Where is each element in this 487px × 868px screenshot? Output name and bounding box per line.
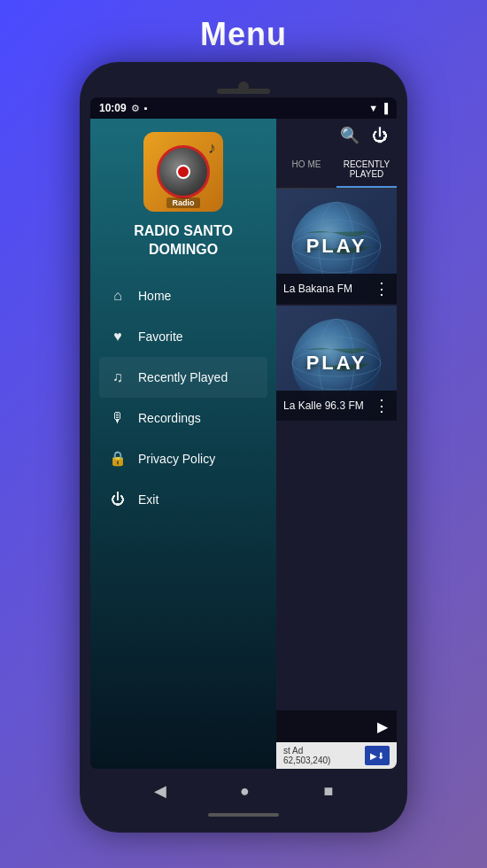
station-more-icon-1[interactable]: ⋮ <box>374 279 390 298</box>
tabs-bar: HO ME RECENTLY PLAYED <box>276 152 397 189</box>
station-info-1: La Bakana FM ⋮ <box>276 274 397 304</box>
station-name-2: La Kalle 96.3 FM <box>283 399 364 412</box>
heart-icon: ♥ <box>108 327 128 346</box>
battery-icon: ▐ <box>381 103 388 113</box>
main-header: 🔍 ⏻ <box>276 119 397 152</box>
settings-icon: ⚙ <box>131 103 140 114</box>
sidebar-menu: ⌂ Home ♥ Favorite ♫ Recently Played 🎙 Re… <box>90 275 276 520</box>
app-logo-disc <box>157 145 210 198</box>
music-note-icon: ♪ <box>208 139 216 158</box>
phone-screen: 10:09 ⚙ ▪ ▼ ▐ ♪ Radio R <box>90 97 397 769</box>
sidebar-item-favorite-label: Favorite <box>138 329 183 344</box>
tab-home-label: HO <box>292 159 305 169</box>
station-card-2[interactable]: PLAY La Kalle 96.3 FM ⋮ <box>276 306 397 421</box>
search-icon[interactable]: 🔍 <box>340 126 359 145</box>
mic-icon: 🎙 <box>108 408 128 428</box>
station-list: PLAY La Bakana FM ⋮ <box>276 189 397 710</box>
sidebar-item-home[interactable]: ⌂ Home <box>99 275 267 316</box>
ad-text-container: st Ad 62,503,240) <box>283 746 330 765</box>
station-more-icon-2[interactable]: ⋮ <box>374 396 390 415</box>
station-name-1: La Bakana FM <box>283 283 352 295</box>
app-name: RADIO SANTODOMINGO <box>134 222 233 260</box>
screen-content: ♪ Radio RADIO SANTODOMINGO ⌂ Home ♥ Favo… <box>90 119 397 769</box>
logo-label: Radio <box>166 198 199 208</box>
sidebar-item-recently-played-label: Recently Played <box>138 370 228 384</box>
tab-recently-played[interactable]: RECENTLY PLAYED <box>336 152 397 188</box>
sidebar-item-recordings-label: Recordings <box>138 411 201 425</box>
music-icon: ♫ <box>108 368 128 387</box>
station-info-2: La Kalle 96.3 FM ⋮ <box>276 391 397 421</box>
play-label-2: PLAY <box>306 352 367 375</box>
sidebar-item-exit-label: Exit <box>138 492 158 507</box>
power-icon: ⏻ <box>108 490 128 509</box>
station-card-1[interactable]: PLAY La Bakana FM ⋮ <box>276 189 397 304</box>
phone-home-indicator <box>208 813 279 817</box>
tab-home-suffix: ME <box>307 159 321 169</box>
ad-subtext: 62,503,240) <box>283 756 330 765</box>
wifi-icon: ▼ <box>368 103 378 113</box>
play-label-1: PLAY <box>306 235 367 258</box>
recents-button[interactable]: ■ <box>323 782 333 801</box>
status-time: 10:09 <box>99 102 127 114</box>
play-button[interactable]: ▶ <box>377 718 388 735</box>
ad-bar: st Ad 62,503,240) ▶⬇ <box>276 742 397 769</box>
sidebar-item-recordings[interactable]: 🎙 Recordings <box>99 398 267 438</box>
home-button[interactable]: ● <box>240 782 250 801</box>
sidebar-item-favorite[interactable]: ♥ Favorite <box>99 316 267 357</box>
sidebar: ♪ Radio RADIO SANTODOMINGO ⌂ Home ♥ Favo… <box>90 119 276 769</box>
status-bar: 10:09 ⚙ ▪ ▼ ▐ <box>90 97 397 119</box>
phone-bottom-bar: ◀ ● ■ <box>90 772 397 810</box>
sidebar-item-home-label: Home <box>138 289 171 303</box>
app-logo-center <box>176 165 190 179</box>
ad-icon[interactable]: ▶⬇ <box>365 746 390 765</box>
phone-outer: 10:09 ⚙ ▪ ▼ ▐ ♪ Radio R <box>80 62 407 833</box>
back-button[interactable]: ◀ <box>154 781 166 801</box>
tab-home[interactable]: HO ME <box>276 152 336 188</box>
sidebar-item-exit[interactable]: ⏻ Exit <box>99 479 267 520</box>
phone-camera <box>238 81 249 92</box>
power-header-icon[interactable]: ⏻ <box>372 127 388 145</box>
home-icon: ⌂ <box>108 286 128 306</box>
tab-recently-played-label: RECENTLY PLAYED <box>344 159 390 179</box>
sidebar-item-privacy-policy[interactable]: 🔒 Privacy Policy <box>99 438 267 479</box>
sidebar-item-privacy-policy-label: Privacy Policy <box>138 452 215 466</box>
page-title-header: Menu <box>200 16 287 53</box>
sidebar-item-recently-played[interactable]: ♫ Recently Played <box>99 357 267 398</box>
bottom-bar: ▶ <box>276 710 397 742</box>
lock-icon: 🔒 <box>108 449 128 469</box>
ad-text: st Ad <box>283 746 330 756</box>
main-content: 🔍 ⏻ HO ME RECENTLY PLAYED <box>276 119 397 769</box>
status-signal: ▪ <box>144 103 148 113</box>
app-logo: ♪ Radio <box>143 132 223 212</box>
